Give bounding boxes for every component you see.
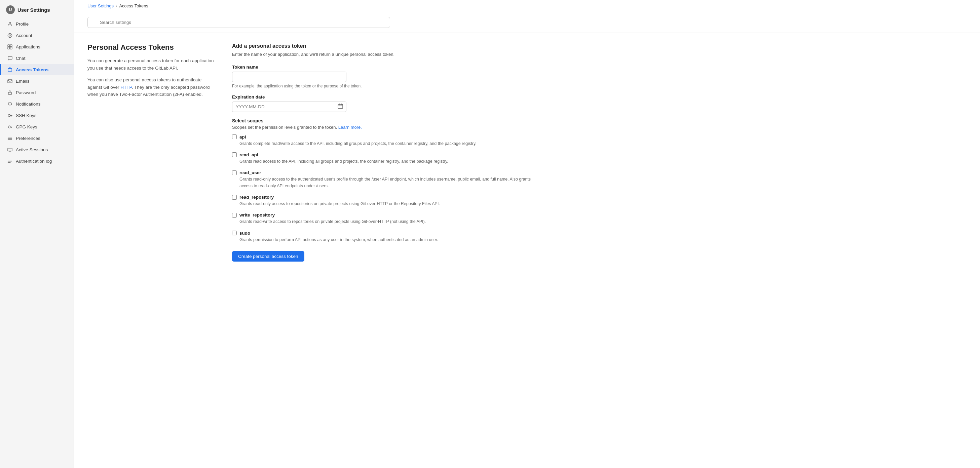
svg-point-1 [8,33,12,37]
create-token-button[interactable]: Create personal access token [232,251,304,262]
password-icon [7,90,13,95]
sidebar-item-account[interactable]: Account [0,30,74,41]
add-token-desc: Enter the name of your application, and … [232,51,531,58]
sidebar-item-chat[interactable]: Chat [0,52,74,64]
scope-item-sudo: sudo Grants permission to perform API ac… [232,231,531,243]
learn-more-link[interactable]: Learn more. [338,125,362,130]
sidebar-item-label: Profile [16,22,29,27]
sidebar-item-password[interactable]: Password [0,87,74,98]
scope-item-api: api Grants complete read/write access to… [232,135,531,147]
token-name-input[interactable] [232,71,347,82]
svg-point-0 [9,22,11,24]
token-name-label: Token name [232,65,531,70]
scope-header-read_repository: read_repository [232,195,531,200]
scope-header-read_api: read_api [232,152,531,157]
ssh-keys-icon [7,113,13,118]
scopes-desc-text: Scopes set the permission levels granted… [232,125,337,130]
sidebar-item-ssh-keys[interactable]: SSH Keys [0,109,74,121]
expiration-group: Expiration date [232,94,531,112]
sidebar-item-preferences[interactable]: Preferences [0,132,74,144]
svg-rect-8 [7,79,12,82]
scope-name-read_user: read_user [239,170,261,175]
scopes-group: Select scopes Scopes set the permission … [232,118,531,243]
search-bar-section [74,12,980,33]
sidebar-title: User Settings [18,7,50,13]
svg-rect-9 [8,92,11,94]
svg-rect-5 [7,47,10,49]
chat-icon [7,56,13,61]
scope-item-read_api: read_api Grants read access to the API, … [232,152,531,165]
content-area: Personal Access Tokens You can generate … [74,33,545,272]
right-form: Add a personal access token Enter the na… [232,43,531,262]
scope-checkbox-read_user[interactable] [232,170,237,175]
svg-rect-20 [7,148,12,151]
scope-desc-read_api: Grants read access to the API, including… [239,159,531,165]
search-container [88,17,390,28]
page-title: Personal Access Tokens [88,43,215,52]
gpg-keys-icon [7,124,13,129]
scope-checkbox-write_repository[interactable] [232,213,237,217]
sidebar-item-label: GPG Keys [16,124,37,129]
svg-point-10 [8,114,10,117]
token-name-group: Token name For example, the application … [232,65,531,89]
scopes-title: Select scopes [232,118,531,124]
scope-checkbox-read_repository[interactable] [232,195,237,200]
sidebar-item-label: Notifications [16,102,41,106]
scope-desc-sudo: Grants permission to perform API actions… [239,237,531,243]
sidebar-item-label: Preferences [16,136,40,141]
scope-name-api: api [239,135,246,140]
left-description: Personal Access Tokens You can generate … [88,43,215,262]
scope-desc-read_repository: Grants read-only access to repositories … [239,201,531,207]
sidebar-item-notifications[interactable]: Notifications [0,98,74,109]
sidebar-item-label: SSH Keys [16,113,37,118]
sidebar-item-applications[interactable]: Applications [0,41,74,52]
preferences-icon [7,135,13,141]
sidebar-item-active-sessions[interactable]: Active Sessions [0,144,74,155]
breadcrumb-parent[interactable]: User Settings [88,3,114,8]
user-avatar: U [6,5,15,14]
description-paragraph-2: You can also use personal access tokens … [88,76,215,98]
scope-name-sudo: sudo [239,231,250,236]
sidebar-item-emails[interactable]: Emails [0,75,74,87]
svg-point-2 [9,35,11,36]
svg-rect-3 [7,44,10,46]
scope-item-read_repository: read_repository Grants read-only access … [232,195,531,207]
scope-item-read_user: read_user Grants read-only access to the… [232,170,531,189]
scope-name-read_api: read_api [239,152,258,157]
sidebar-item-profile[interactable]: Profile [0,18,74,30]
scope-checkbox-api[interactable] [232,135,237,139]
scope-checkbox-read_api[interactable] [232,152,237,157]
breadcrumb-separator: › [116,3,117,8]
sidebar-item-label: Authentication log [16,159,52,164]
scope-item-write_repository: write_repository Grants read-write acces… [232,213,531,225]
top-bar: User Settings › Access Tokens [74,0,980,12]
profile-icon [7,21,13,27]
emails-icon [7,78,13,84]
applications-icon [7,44,13,49]
sidebar-item-label: Access Tokens [16,67,48,72]
access-tokens-icon [7,67,13,72]
scope-checkbox-sudo[interactable] [232,231,237,235]
sidebar-nav: Profile Account Applications Chat Access… [0,18,74,167]
svg-rect-4 [10,44,12,46]
svg-point-14 [8,126,10,128]
sidebar: U User Settings Profile Account Applicat… [0,0,74,468]
sidebar-item-label: Password [16,90,36,95]
active-sessions-icon [7,147,13,152]
sidebar-item-access-tokens[interactable]: Access Tokens [0,64,74,75]
http-link[interactable]: HTTP [120,85,132,90]
sidebar-item-auth-log[interactable]: Authentication log [0,155,74,167]
scope-header-write_repository: write_repository [232,213,531,217]
main-content: User Settings › Access Tokens Personal A… [74,0,980,468]
scope-header-api: api [232,135,531,140]
search-input[interactable] [88,17,390,28]
sidebar-header: U User Settings [0,0,74,18]
expiration-date-input[interactable] [232,102,347,112]
scope-name-write_repository: write_repository [239,213,275,217]
scopes-desc: Scopes set the permission levels granted… [232,125,531,130]
breadcrumb-current: Access Tokens [119,3,148,8]
sidebar-item-label: Applications [16,44,40,49]
sidebar-item-gpg-keys[interactable]: GPG Keys [0,121,74,132]
date-input-wrap [232,102,347,112]
add-token-title: Add a personal access token [232,43,531,49]
